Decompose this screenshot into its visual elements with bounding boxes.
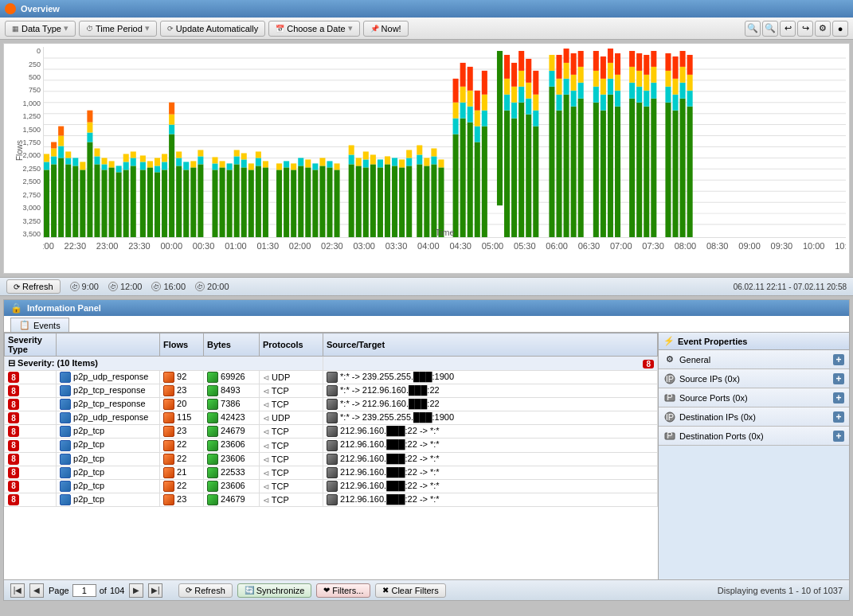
svg-rect-84 [227,170,233,237]
help-button[interactable]: ● [832,21,848,37]
svg-rect-140 [417,145,422,154]
time-period-button[interactable]: ⏱ Time Period ▾ [79,21,157,37]
table-row[interactable]: 8 p2p_udp_response 92 69926 ⊲ UDP *:* ->… [5,371,658,384]
svg-rect-255 [687,55,693,75]
page-number-input[interactable] [72,584,96,597]
svg-text:00:30: 00:30 [193,241,215,251]
bytes-icon [207,399,218,410]
svg-rect-85 [227,163,233,170]
svg-text:P: P [667,392,672,402]
svg-rect-50 [123,154,129,162]
prev-page-button[interactable]: ◀ [29,583,44,598]
ep-general[interactable]: ⚙ General + [659,350,849,369]
svg-rect-51 [131,166,136,237]
svg-rect-218 [608,63,613,79]
svg-rect-149 [453,119,459,135]
bytes-icon [207,372,218,383]
clear-icon: ✖ [382,586,389,595]
expand-dest-ips-button[interactable]: + [833,411,844,423]
expand-source-ips-button[interactable]: + [833,373,844,384]
svg-rect-49 [123,162,129,170]
sync-icon: 🔄 [245,586,254,595]
zoom-out-button[interactable]: 🔍 [762,21,778,37]
svg-rect-79 [212,170,217,237]
table-row[interactable]: 8 p2p_udp_response 115 42423 ⊲ UDP *:* -… [5,411,658,425]
svg-rect-68 [169,103,174,115]
svg-rect-247 [672,57,678,79]
svg-rect-189 [549,87,554,237]
svg-rect-41 [102,170,108,237]
svg-rect-83 [220,161,225,167]
time-16-button[interactable]: ⏱ 16:00 [151,282,186,291]
refresh-table-button[interactable]: ⟳ Refresh [178,583,233,598]
svg-rect-177 [518,103,524,237]
svg-rect-65 [169,135,174,237]
ep-dest-ips[interactable]: IP Destination IPs (0x) + [659,407,849,427]
svg-rect-215 [601,57,606,79]
synchronize-button[interactable]: 🔄 Synchronize [237,583,312,598]
refresh-chart-button[interactable]: ⟳ Refresh [6,279,61,294]
flow-icon [163,494,174,505]
svg-text:00:00: 00:00 [161,241,183,251]
table-row[interactable]: 8 p2p_tcp 22 23606 ⊲ TCP 212.96.160.███:… [5,479,658,493]
expand-dest-ports-button[interactable]: + [833,431,844,442]
src-icon [327,481,338,492]
settings-button[interactable]: ⚙ [815,21,831,37]
svg-text:02:00: 02:00 [289,241,311,251]
svg-rect-208 [593,103,599,237]
next-page-button[interactable]: ▶ [129,583,143,598]
table-row[interactable]: 8 p2p_tcp_response 23 8493 ⊲ TCP *:* -> … [5,384,658,398]
severity-badge: 8 [8,467,19,478]
update-auto-button[interactable]: ⟳ Update Automatically [160,21,265,37]
choose-date-button[interactable]: 📅 Choose a Date ▾ [268,21,359,37]
type-icon [60,454,71,465]
first-page-button[interactable]: |◀ [10,583,25,598]
svg-text:09:30: 09:30 [771,241,793,251]
table-row[interactable]: 8 p2p_tcp 22 23606 ⊲ TCP 212.96.160.███:… [5,452,658,466]
ep-source-ips[interactable]: IP Source IPs (0x) + [659,369,849,388]
clear-filters-button[interactable]: ✖ Clear Filters [375,583,445,598]
svg-rect-74 [190,167,196,237]
last-page-button[interactable]: ▶| [148,583,162,598]
svg-rect-230 [636,71,642,87]
undo-button[interactable]: ↩ [780,21,796,37]
svg-rect-143 [431,164,436,237]
svg-rect-67 [169,115,174,125]
data-type-button[interactable]: ▦ Data Type ▾ [5,21,76,37]
now-button[interactable]: 📌 Now! [363,21,409,37]
expand-source-ports-button[interactable]: + [833,392,844,404]
svg-rect-62 [162,170,167,237]
ep-dest-ports[interactable]: P Destination Ports (0x) + [659,427,849,446]
time-20-button[interactable]: ⏱ 20:00 [195,282,229,291]
bytes-icon [207,385,218,396]
table-row[interactable]: 8 p2p_tcp 22 23606 ⊲ TCP 212.96.160.███:… [5,439,658,452]
time-9-button[interactable]: ⏱ 9:00 [70,282,99,291]
expand-general-button[interactable]: + [833,354,844,365]
svg-rect-116 [335,163,340,170]
redo-button[interactable]: ↪ [797,21,813,37]
svg-rect-132 [392,158,397,166]
svg-rect-125 [370,164,376,237]
table-row[interactable]: 8 p2p_tcp_response 20 7386 ⊲ TCP *:* -> … [5,398,658,411]
zoom-in-button[interactable]: 🔍 [745,21,761,37]
svg-text:Time: Time [435,228,454,237]
table-row[interactable]: 8 p2p_tcp 23 24679 ⊲ TCP 212.96.160.███:… [5,493,658,506]
filters-button[interactable]: ❤ Filters... [316,583,370,598]
svg-rect-93 [248,163,254,170]
svg-rect-237 [651,83,656,99]
events-tab-icon: 📋 [19,320,30,330]
svg-text:10:30: 10:30 [835,241,846,251]
svg-rect-122 [363,167,369,237]
svg-rect-170 [504,95,510,111]
time-12-button[interactable]: ⏱ 12:00 [108,282,143,291]
svg-rect-228 [636,103,642,237]
table-row[interactable]: 8 p2p_tcp 23 24679 ⊲ TCP 212.96.160.███:… [5,425,658,439]
ep-source-ports[interactable]: P Source Ports (0x) + [659,388,849,407]
events-tab[interactable]: 📋 Events [10,318,69,332]
svg-rect-98 [263,161,268,167]
table-row[interactable]: 8 p2p_tcp 21 22533 ⊲ TCP 212.96.160.███:… [5,466,658,479]
bytes-icon [207,440,218,451]
timestamp: 06.02.11 22:11 - 07.02.11 20:58 [734,283,847,291]
svg-rect-171 [504,79,510,95]
svg-text:22:00: 22:00 [43,241,54,251]
